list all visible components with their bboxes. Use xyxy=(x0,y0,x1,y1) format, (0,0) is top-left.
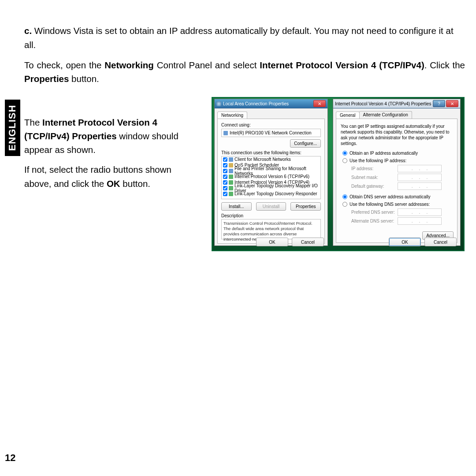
cancel-button[interactable]: Cancel xyxy=(424,238,457,246)
tab-networking[interactable]: Networking xyxy=(217,112,247,119)
dns1-field[interactable]: ... xyxy=(398,208,442,216)
item-checkbox[interactable] xyxy=(223,175,227,179)
bold-properties: Properties xyxy=(24,74,69,84)
item-checkbox[interactable] xyxy=(223,157,227,162)
gateway-label: Default gateway: xyxy=(351,184,398,189)
titlebar-lan[interactable]: Local Area Connection Properties ✕ xyxy=(215,99,327,108)
item-checkbox[interactable] xyxy=(223,186,227,190)
ok-button[interactable]: OK xyxy=(389,238,421,246)
adapter-icon xyxy=(223,131,228,135)
screenshot-area: Local Area Connection Properties ✕ Netwo… xyxy=(212,97,465,251)
tab-alternate[interactable]: Alternate Configuration xyxy=(359,111,412,119)
tab-general[interactable]: General xyxy=(336,112,360,119)
gateway-field[interactable]: ... xyxy=(398,182,442,190)
radio-input[interactable] xyxy=(342,194,347,199)
body-text: c. Windows Vista is set to obtain an IP … xyxy=(24,24,465,92)
radio-obtain-dns[interactable]: Obtain DNS server address automatically xyxy=(342,193,451,200)
network-icon xyxy=(216,101,221,106)
dns2-label: Alternate DNS server: xyxy=(351,219,398,223)
radio-input[interactable] xyxy=(342,202,347,207)
protocol-icon xyxy=(229,180,233,185)
item-checkbox[interactable] xyxy=(223,169,227,173)
language-sidebar: ENGLISH xyxy=(5,100,20,156)
radio-input[interactable] xyxy=(342,158,347,163)
list-item[interactable]: Client for Microsoft Networks xyxy=(222,156,320,162)
close-icon[interactable]: ✕ xyxy=(313,100,326,107)
properties-button[interactable]: Properties xyxy=(290,202,321,211)
bold-networking: Networking xyxy=(104,60,154,70)
items-listbox[interactable]: Client for Microsoft Networks QoS Packet… xyxy=(221,156,321,199)
ip-address-label: IP address: xyxy=(351,166,398,171)
title-lan: Local Area Connection Properties xyxy=(223,101,289,106)
language-label: ENGLISH xyxy=(7,105,19,151)
radio-obtain-ip[interactable]: Obtain an IP address automatically xyxy=(342,150,451,156)
dns2-field[interactable]: ... xyxy=(398,217,442,225)
list-item[interactable]: File and Printer Sharing for Microsoft N… xyxy=(222,168,320,174)
configure-button[interactable]: Configure... xyxy=(290,139,321,148)
cancel-button[interactable]: Cancel xyxy=(292,238,324,246)
paragraph-check: To check, open the Networking Control Pa… xyxy=(24,58,465,86)
dialog-ipv4-properties: Internet Protocol Version 4 (TCP/IPv4) P… xyxy=(333,99,460,245)
dns1-label: Preferred DNS server: xyxy=(351,210,398,215)
help-icon[interactable]: ? xyxy=(433,100,445,107)
items-label: This connection uses the following items… xyxy=(221,150,321,155)
connect-using-label: Connect using: xyxy=(221,123,321,127)
radio-static-ip[interactable]: Use the following IP address: xyxy=(342,157,451,164)
titlebar-ipv4[interactable]: Internet Protocol Version 4 (TCP/IPv4) P… xyxy=(333,99,460,108)
adapter-name: Intel(R) PRO/100 VE Network Connection xyxy=(230,130,312,135)
step-letter: c. xyxy=(24,26,32,36)
subnet-mask-field[interactable]: ... xyxy=(398,174,442,181)
list-item[interactable]: Link-Layer Topology Discovery Responder xyxy=(222,191,320,197)
paragraph-c: c. Windows Vista is set to obtain an IP … xyxy=(24,24,465,52)
step-text: Windows Vista is set to obtain an IP add… xyxy=(24,26,454,50)
item-checkbox[interactable] xyxy=(223,163,227,167)
service-icon xyxy=(229,169,233,173)
uninstall-button[interactable]: Uninstall xyxy=(256,202,286,211)
bold-ipv4: Internet Protocol Version 4 (TCP/IPv4) xyxy=(260,60,424,70)
item-checkbox[interactable] xyxy=(223,192,227,196)
ip-address-field[interactable]: ... xyxy=(398,165,442,172)
install-button[interactable]: Install... xyxy=(221,202,252,211)
protocol-icon xyxy=(229,175,233,179)
description-box: Transmission Control Protocol/Internet P… xyxy=(221,219,321,239)
paragraph-ifnot: If not, select the radio buttons shown a… xyxy=(24,163,196,190)
title-ipv4: Internet Protocol Version 4 (TCP/IPv4) P… xyxy=(335,101,431,106)
subnet-mask-label: Subnet mask: xyxy=(351,175,398,180)
list-item[interactable]: Internet Protocol Version 6 (TCP/IPv6) xyxy=(222,174,320,179)
driver-icon xyxy=(229,186,233,190)
close-icon[interactable]: ✕ xyxy=(446,100,458,107)
item-checkbox[interactable] xyxy=(223,180,227,185)
description-label: Description xyxy=(221,213,321,218)
ok-button[interactable]: OK xyxy=(256,238,288,246)
driver-icon xyxy=(229,192,233,196)
service-icon xyxy=(229,157,233,162)
left-column: The Internet Protocol Version 4 (TCP/IPv… xyxy=(24,115,196,197)
dialog-lan-properties: Local Area Connection Properties ✕ Netwo… xyxy=(215,99,327,245)
info-text: You can get IP settings assigned automat… xyxy=(340,122,454,149)
paragraph-result: The Internet Protocol Version 4 (TCP/IPv… xyxy=(24,115,196,156)
list-item[interactable]: Link-Layer Topology Discovery Mapper I/O… xyxy=(222,185,320,191)
radio-static-dns[interactable]: Use the following DNS server addresses: xyxy=(342,201,451,208)
service-icon xyxy=(229,163,233,167)
page-number: 12 xyxy=(5,452,15,464)
tabbar-lan: Networking xyxy=(217,111,325,119)
adapter-field[interactable]: Intel(R) PRO/100 VE Network Connection xyxy=(221,129,321,137)
bold-ok: OK xyxy=(107,178,120,189)
tabbar-ipv4: General Alternate Configuration xyxy=(336,111,457,119)
radio-input[interactable] xyxy=(342,151,347,156)
